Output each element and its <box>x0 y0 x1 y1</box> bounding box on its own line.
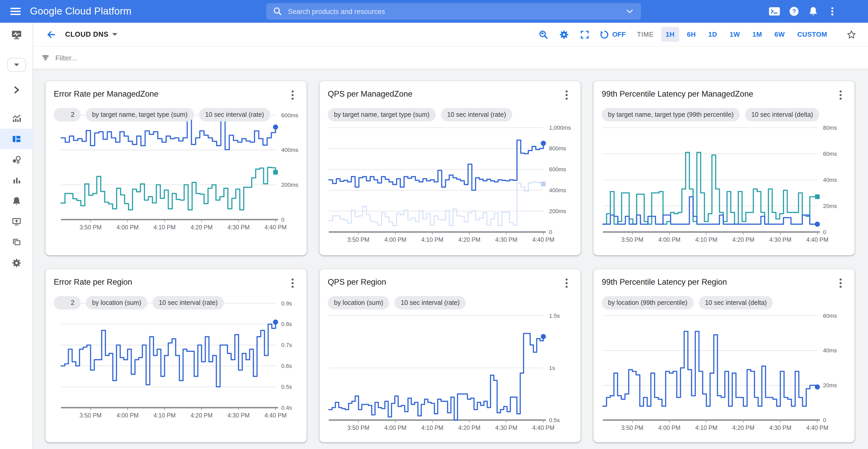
interval-chip[interactable]: 10 sec interval (rate) <box>153 296 224 310</box>
svg-text:800ms: 800ms <box>549 145 566 152</box>
zoom-reset-button[interactable] <box>535 26 552 43</box>
sidebar-item-groups[interactable] <box>0 232 33 253</box>
svg-text:20ms: 20ms <box>823 203 837 209</box>
more-options-button[interactable] <box>827 6 838 17</box>
svg-text:4:00 PM: 4:00 PM <box>384 424 407 431</box>
chart-card: 99th Percentile Latency per ManagedZone … <box>593 81 855 255</box>
filter-bar[interactable]: Filter... <box>33 46 868 69</box>
chart-plot[interactable]: 60ms40ms20ms03:50 PM4:00 PM4:10 PM4:20 P… <box>602 312 846 438</box>
time-range-1m[interactable]: 1M <box>748 27 767 42</box>
sidebar-nav <box>0 108 33 273</box>
svg-text:4:00 PM: 4:00 PM <box>658 424 681 431</box>
chevron-down-icon[interactable] <box>624 6 635 17</box>
alerting-icon <box>11 196 22 206</box>
filter-count-chip[interactable]: 600ms400ms200ms03:50 PM4:00 PM4:10 PM4:2… <box>54 108 81 121</box>
chart-menu-button[interactable] <box>287 89 298 101</box>
appbar-actions: ? <box>768 0 838 23</box>
chart-menu-button[interactable] <box>835 278 846 289</box>
svg-text:4:10 PM: 4:10 PM <box>421 424 443 431</box>
cloud-shell-button[interactable] <box>768 5 781 18</box>
sidebar-item-stats[interactable] <box>0 170 33 191</box>
chart-title: Error Rate per ManagedZone <box>54 89 158 99</box>
time-range-1d[interactable]: 1D <box>704 27 722 42</box>
time-range-custom[interactable]: CUSTOM <box>793 27 832 42</box>
time-range-6h[interactable]: 6H <box>682 27 701 42</box>
chart-card: 99th Percentile Latency per Region by lo… <box>593 269 855 442</box>
svg-text:4:10 PM: 4:10 PM <box>154 224 176 230</box>
interval-chip[interactable]: 10 sec interval (delta) <box>745 108 819 121</box>
sidebar-item-uptime-checks[interactable] <box>0 211 33 232</box>
help-button[interactable]: ? <box>788 6 800 17</box>
auto-refresh-toggle[interactable]: OFF <box>597 29 628 39</box>
favorite-button[interactable] <box>843 26 860 43</box>
interval-chip[interactable]: 10 sec interval (rate) <box>199 108 270 121</box>
svg-text:4:20 PM: 4:20 PM <box>190 224 213 230</box>
sidebar-expand-button[interactable] <box>0 81 33 99</box>
svg-text:4:00 PM: 4:00 PM <box>384 236 407 243</box>
search-placeholder: Search products and resources <box>288 7 385 15</box>
stats-icon <box>11 175 22 186</box>
dashboard-settings-button[interactable] <box>556 26 572 43</box>
aggregation-chip[interactable]: by target name, target type (sum) <box>86 108 194 121</box>
chart-card: Error Rate per Region 0.9s0.8s0.7s0.6s0.… <box>45 269 307 442</box>
svg-text:60ms: 60ms <box>823 151 837 157</box>
back-button[interactable] <box>43 27 59 42</box>
sidebar <box>0 23 33 449</box>
svg-text:4:30 PM: 4:30 PM <box>495 424 518 431</box>
svg-text:4:20 PM: 4:20 PM <box>732 236 754 243</box>
svg-text:4:20 PM: 4:20 PM <box>458 236 480 243</box>
chart-title: QPS per ManagedZone <box>328 89 412 99</box>
sidebar-item-metrics-explorer[interactable] <box>0 108 33 129</box>
dashboards-icon <box>11 134 22 144</box>
chart-menu-button[interactable] <box>835 89 846 101</box>
svg-text:0.4s: 0.4s <box>281 404 292 411</box>
svg-text:4:40 PM: 4:40 PM <box>265 224 287 230</box>
chart-menu-button[interactable] <box>561 89 572 101</box>
aggregation-chip[interactable]: by location (sum) <box>86 296 147 310</box>
interval-chip[interactable]: 10 sec interval (rate) <box>395 296 466 310</box>
time-range-6w[interactable]: 6W <box>770 27 789 42</box>
aggregation-chip[interactable]: by location (sum) <box>328 296 389 310</box>
chart-menu-button[interactable] <box>561 278 572 289</box>
sidebar-item-alerting[interactable] <box>0 191 33 211</box>
notifications-icon <box>807 6 819 17</box>
time-range-1h[interactable]: 1H <box>661 27 679 42</box>
global-search-input[interactable]: Search products and resources <box>266 3 641 20</box>
aggregation-chip[interactable]: by target name, target type (99th percen… <box>602 108 740 121</box>
svg-text:4:10 PM: 4:10 PM <box>695 424 718 431</box>
time-range-1w[interactable]: 1W <box>725 27 744 42</box>
svg-text:4:40 PM: 4:40 PM <box>806 424 829 431</box>
svg-text:4:10 PM: 4:10 PM <box>695 236 718 243</box>
scope-selector-dropdown[interactable] <box>7 58 26 72</box>
chart-plot[interactable]: 1.5s1s0.5s3:50 PM4:00 PM4:10 PM4:20 PM4:… <box>328 312 572 438</box>
filter-count-chip[interactable]: 0.9s0.8s0.7s0.6s0.5s0.4s3:50 PM4:00 PM4:… <box>54 296 81 310</box>
interval-chip[interactable]: 10 sec interval (delta) <box>699 296 773 310</box>
svg-text:400ms: 400ms <box>281 147 298 153</box>
caret-down-icon <box>14 64 19 66</box>
chart-plot[interactable]: 1,000ms800ms600ms400ms200ms03:50 PM4:00 … <box>328 124 572 250</box>
hamburger-menu-button[interactable] <box>4 0 27 23</box>
aggregation-chip[interactable]: by location (99th percentile) <box>602 296 693 310</box>
notifications-button[interactable] <box>807 6 819 17</box>
sidebar-item-dashboards[interactable] <box>0 129 33 149</box>
svg-text:80ms: 80ms <box>823 125 837 131</box>
time-range-group: 1H6H1D1W1M6WCUSTOM <box>661 27 832 42</box>
sidebar-item-services[interactable] <box>0 149 33 170</box>
aggregation-chip[interactable]: by target name, target type (sum) <box>328 108 436 121</box>
refresh-icon <box>599 29 610 39</box>
svg-text:4:30 PM: 4:30 PM <box>227 412 250 418</box>
chart-chips: 0.9s0.8s0.7s0.6s0.5s0.4s3:50 PM4:00 PM4:… <box>54 296 298 310</box>
chart-menu-button[interactable] <box>287 278 298 289</box>
svg-text:4:00 PM: 4:00 PM <box>117 224 139 230</box>
interval-chip[interactable]: 10 sec interval (rate) <box>441 108 512 121</box>
svg-text:40ms: 40ms <box>823 177 837 183</box>
sidebar-item-settings[interactable] <box>0 253 33 273</box>
svg-text:4:30 PM: 4:30 PM <box>769 236 792 243</box>
fullscreen-button[interactable] <box>577 26 593 43</box>
dashboard-name-dropdown[interactable]: CLOUD DNS <box>65 31 117 38</box>
gear-icon <box>559 29 569 39</box>
chevron-right-icon <box>11 85 22 95</box>
svg-text:3:50 PM: 3:50 PM <box>621 236 644 243</box>
chart-plot[interactable]: 80ms60ms40ms20ms03:50 PM4:00 PM4:10 PM4:… <box>602 124 846 250</box>
svg-text:4:20 PM: 4:20 PM <box>732 424 754 431</box>
